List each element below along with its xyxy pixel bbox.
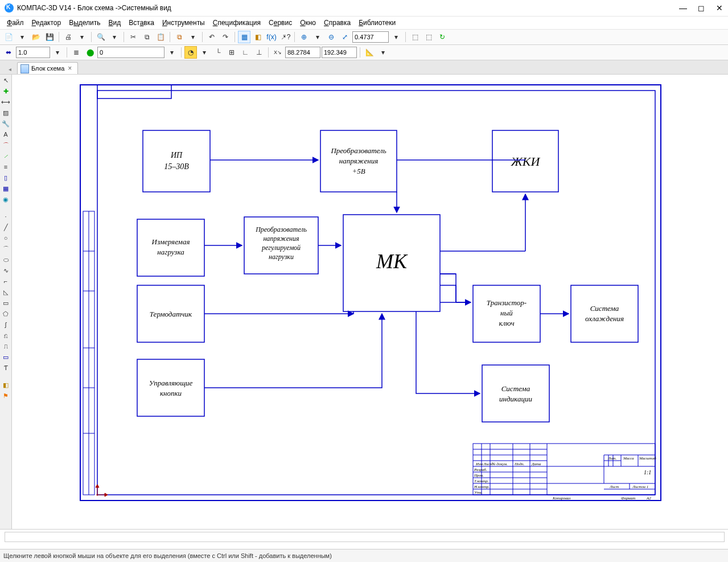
palette-rect2-icon[interactable]: ▭ [1,352,10,362]
pan-button[interactable]: ⬚ [409,31,421,43]
layer-icon[interactable]: ≣ [70,46,83,59]
palette-wrench-icon[interactable]: 🔧 [1,119,10,128]
props-dropdown-icon[interactable]: ▾ [187,31,199,43]
undo-button[interactable]: ↶ [205,31,218,43]
snap-grid-button[interactable]: ⊞ [225,46,238,59]
minimize-button[interactable]: — [679,4,687,12]
block-load: Измеряемая нагрузка [137,219,204,276]
zoom-in-button[interactable]: ⊕ [298,31,310,43]
palette-seg-icon[interactable]: ╱ [1,223,10,232]
statusbar: Щелкните левой кнопкой мыши на объекте д… [0,549,728,562]
layer-dropdown-icon[interactable]: ▾ [166,46,178,59]
paste-button[interactable]: 📋 [154,31,167,43]
palette-ellipse-icon[interactable]: ⬭ [1,255,10,264]
help-cursor-button[interactable]: ⭷? [279,31,291,43]
tab-home-icon[interactable]: ◂ [3,63,16,75]
scale-dropdown-icon[interactable]: ▾ [51,46,64,59]
zoom-fit-button[interactable]: ⤢ [339,31,351,43]
palette-mark-icon[interactable]: ◧ [1,380,10,389]
zoom-value-input[interactable] [352,31,389,43]
palette-hatch-icon[interactable]: ▨ [1,108,10,117]
svg-text:Утв.: Утв. [474,490,483,495]
preview-button[interactable]: 🔍 [94,31,107,43]
menu-window[interactable]: Окно [297,18,319,28]
palette-break-icon[interactable]: ⎌ [1,331,10,340]
cut-button[interactable]: ✂ [127,31,139,43]
refresh-button[interactable]: ↻ [436,31,449,43]
menu-editor[interactable]: Редактор [28,18,65,28]
scale-input[interactable] [16,47,50,58]
close-button[interactable]: ✕ [715,4,723,12]
palette-sheet-icon[interactable]: ▯ [1,173,10,182]
palette-select-icon[interactable]: ↖ [1,76,10,85]
palette-text-icon[interactable]: A [1,130,10,139]
palette-chamfer-icon[interactable]: ◺ [1,288,10,297]
fx-button[interactable]: f(x) [265,31,278,43]
palette-circle-icon[interactable]: ○ [1,233,10,243]
maximize-button[interactable]: ◻ [697,4,705,12]
grid-button[interactable]: ▦ [238,31,250,43]
palette-arc-icon[interactable]: ⌒ [1,141,10,150]
measure-button[interactable]: 📐 [363,46,376,59]
measure-dropdown-icon[interactable]: ▾ [377,46,389,59]
svg-text:Н.контр.: Н.контр. [474,485,490,489]
menu-spec[interactable]: Спецификация [209,18,264,28]
new-doc-button[interactable]: 📄 [2,31,15,43]
layer-input[interactable] [97,47,164,58]
props-button[interactable]: ⧉ [173,31,186,43]
palette-line-icon[interactable]: ✚ [1,87,10,96]
layer-state-icon[interactable]: ⬤ [84,46,96,59]
palette-fillet-icon[interactable]: ⌐ [1,277,10,286]
layers-button[interactable]: ◧ [252,31,264,43]
zoom-dropdown-icon[interactable]: ▾ [311,31,324,43]
print-dropdown-icon[interactable]: ▾ [76,31,88,43]
palette-table-icon[interactable]: ▦ [1,184,10,193]
menu-tools[interactable]: Инструменты [159,18,208,28]
snap-perp-button[interactable]: ⊥ [253,46,265,59]
drawing-canvas[interactable]: ИП 15–30В Преобразователь напряжения +5В… [12,75,728,529]
zoom-out-button[interactable]: ⊖ [325,31,338,43]
menu-service[interactable]: Сервис [265,18,295,28]
menu-insert[interactable]: Вставка [125,18,158,28]
view-a-button[interactable]: ⬚ [422,31,435,43]
palette-spline-icon[interactable]: ∿ [1,266,10,275]
left-stamp-strip [83,211,94,495]
palette-rect-icon[interactable]: ▭ [1,298,10,307]
palette-curve-icon[interactable]: ∫ [1,320,10,329]
zoom-combo-dropdown-icon[interactable]: ▾ [390,31,402,43]
menu-help[interactable]: Справка [320,18,354,28]
ortho-button[interactable]: ◔ [184,46,197,59]
copy-button[interactable]: ⧉ [141,31,153,43]
palette-flag-icon[interactable]: ⚑ [1,391,10,400]
palette-pt-icon[interactable]: · [1,212,10,221]
menu-select[interactable]: Выделить [65,18,104,28]
tab-close-icon[interactable]: × [68,64,72,72]
redo-button[interactable]: ↷ [219,31,232,43]
preview-dropdown-icon[interactable]: ▾ [108,31,121,43]
print-button[interactable]: 🖨 [62,31,75,43]
palette-text2-icon[interactable]: Ƭ [1,363,10,372]
svg-text:Транзистор-: Транзистор- [487,298,527,307]
palette-spec-icon[interactable]: ◉ [1,195,10,204]
palette-aux-icon[interactable]: ⎍ [1,342,10,351]
menu-libs[interactable]: Библиотеки [355,18,399,28]
coord-x-input[interactable] [285,47,320,58]
open-button[interactable]: 📂 [30,31,42,43]
menu-file[interactable]: Файл [3,18,27,28]
palette-poly-icon[interactable]: ⬠ [1,309,10,318]
snap-end-button[interactable]: └ [212,46,224,59]
snap-angle-button[interactable]: ∟ [239,46,252,59]
menu-view[interactable]: Вид [105,18,125,28]
palette-trim-icon[interactable]: ⟋ [1,151,10,161]
snap-button[interactable]: ⬌ [2,46,15,59]
command-input[interactable] [5,532,725,542]
new-dropdown-icon[interactable]: ▾ [16,31,28,43]
palette-arc2-icon[interactable]: ⌒ [1,244,10,253]
coord-y-input[interactable] [322,47,357,58]
palette-para-icon[interactable]: ≡ [1,162,10,171]
svg-text:охлаждения: охлаждения [585,314,624,323]
palette-dim-icon[interactable]: ⟷ [1,97,10,106]
save-button[interactable]: 💾 [43,31,56,43]
document-tab[interactable]: Блок схема × [17,62,78,74]
ortho-dropdown-icon[interactable]: ▾ [198,46,211,59]
